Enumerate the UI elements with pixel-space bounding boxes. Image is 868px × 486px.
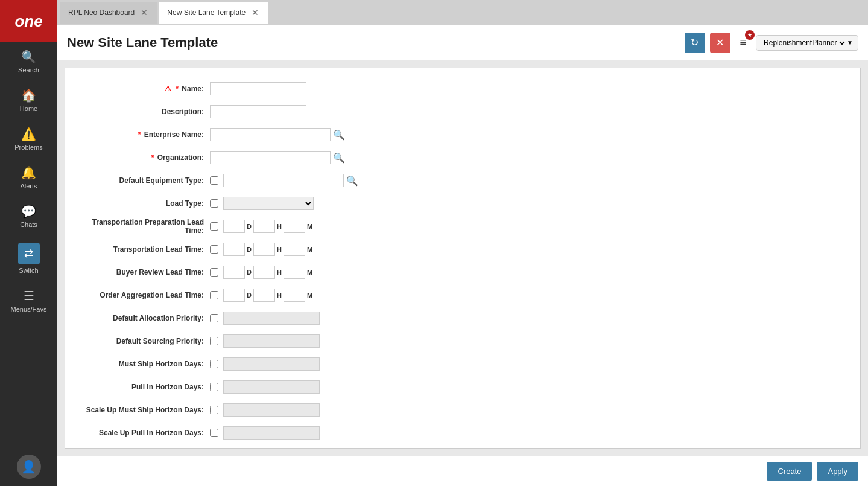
buyer-review-lt-d-label: D: [247, 269, 252, 276]
label-default-sourcing-priority: Default Sourcing Priority:: [77, 337, 210, 345]
load-type-checkbox[interactable]: [210, 199, 218, 208]
order-agg-lt-minutes-input[interactable]: [284, 289, 305, 302]
sidebar-label-problems: Problems: [14, 144, 42, 151]
page-title: New Site Lane Template: [67, 35, 685, 51]
order-agg-lt-d-label: D: [247, 292, 252, 299]
buyer-review-lt-group: D H M: [223, 266, 313, 279]
pull-in-horizon-checkbox[interactable]: [210, 383, 218, 391]
label-scale-up-must-ship: Scale Up Must Ship Horizon Days:: [77, 406, 210, 414]
order-agg-lt-group: D H M: [223, 289, 313, 302]
control-scale-up-pull-in: [210, 426, 320, 440]
tab-rpl-neo-label: RPL Neo Dashboard: [68, 8, 135, 17]
order-agg-lt-days-input[interactable]: [223, 289, 245, 302]
sidebar-item-menus[interactable]: ☰ Menus/Favs: [0, 281, 57, 320]
transport-lt-hours-input[interactable]: [253, 243, 275, 256]
transport-lt-days-input[interactable]: [223, 243, 245, 256]
app-logo[interactable]: one: [0, 0, 57, 42]
sidebar-item-search[interactable]: 🔍 Search: [0, 42, 57, 81]
control-load-type: [210, 197, 314, 210]
transport-prep-lt-minutes-input[interactable]: [284, 220, 305, 233]
switch-icon-box: ⇄: [18, 243, 40, 264]
sidebar-item-problems[interactable]: ⚠️ Problems: [0, 120, 57, 158]
label-must-ship-horizon: Must Ship Horizon Days:: [77, 360, 210, 368]
tab-rpl-neo[interactable]: RPL Neo Dashboard ✕: [60, 2, 157, 24]
label-name: ⚠ * Name:: [77, 85, 210, 93]
scale-up-pull-in-checkbox[interactable]: [210, 429, 218, 437]
transport-lt-minutes-input[interactable]: [284, 243, 305, 256]
apply-button[interactable]: Apply: [817, 462, 858, 481]
buyer-review-lt-checkbox[interactable]: [210, 268, 218, 277]
scale-up-must-ship-checkbox[interactable]: [210, 406, 218, 414]
refresh-button[interactable]: ↻: [685, 33, 705, 53]
sidebar-label-alerts: Alerts: [20, 182, 37, 190]
form-container: ⚠ * Name: Description:: [65, 68, 861, 449]
control-default-sourcing-priority: [210, 334, 320, 348]
field-row-must-ship-horizon: Must Ship Horizon Days:: [77, 356, 824, 372]
equipment-type-search-button[interactable]: 🔍: [346, 175, 358, 187]
load-type-select[interactable]: [223, 197, 314, 210]
tab-bar: RPL Neo Dashboard ✕ New Site Lane Templa…: [57, 0, 868, 25]
required-star-org: *: [151, 153, 154, 162]
tab-new-site-lane-label: New Site Lane Template: [167, 8, 246, 17]
control-organization: 🔍: [210, 151, 345, 164]
label-description: Description:: [77, 107, 210, 116]
equipment-type-input[interactable]: [223, 174, 344, 187]
notification-badge: ★: [745, 30, 755, 40]
control-equipment-type: 🔍: [210, 174, 358, 187]
label-scale-up-pull-in: Scale Up Pull In Horizon Days:: [77, 429, 210, 437]
alerts-icon: 🔔: [21, 165, 36, 180]
transport-lt-checkbox[interactable]: [210, 245, 218, 254]
organization-input[interactable]: [210, 151, 331, 164]
must-ship-horizon-checkbox[interactable]: [210, 360, 218, 368]
transport-prep-lt-group: D H M: [223, 220, 313, 233]
home-icon: 🏠: [21, 88, 36, 103]
field-row-scale-up-pull-in: Scale Up Pull In Horizon Days:: [77, 424, 824, 441]
sidebar-item-chats[interactable]: 💬 Chats: [0, 197, 57, 235]
label-transport-prep-lead-time: Transportation Preparation Lead Time:: [77, 218, 210, 235]
tab-new-site-lane[interactable]: New Site Lane Template ✕: [159, 2, 268, 24]
sidebar-label-home: Home: [20, 105, 37, 112]
order-agg-lt-hours-input[interactable]: [253, 289, 275, 302]
control-transport-prep-lead-time: D H M: [210, 220, 313, 233]
transport-lt-d-label: D: [247, 246, 252, 253]
user-role-select[interactable]: ReplenishmentPlanner Admin Viewer: [761, 38, 847, 48]
user-role-selector[interactable]: ReplenishmentPlanner Admin Viewer ▼: [756, 35, 858, 51]
transport-prep-lt-hours-input[interactable]: [253, 220, 275, 233]
field-row-name: ⚠ * Name:: [77, 80, 824, 97]
chevron-down-icon: ▼: [847, 39, 853, 46]
label-load-type: Load Type:: [77, 199, 210, 208]
menu-button[interactable]: ≡ ★: [735, 34, 752, 51]
field-row-scale-up-must-ship: Scale Up Must Ship Horizon Days:: [77, 401, 824, 418]
buyer-review-lt-days-input[interactable]: [223, 266, 245, 279]
transport-prep-lt-days-input[interactable]: [223, 220, 245, 233]
switch-arrows-icon: ⇄: [24, 247, 33, 260]
close-button[interactable]: ✕: [710, 33, 730, 53]
label-pull-in-horizon: Pull In Horizon Days:: [77, 383, 210, 391]
logo-text: one: [14, 12, 42, 31]
transport-prep-lt-d-label: D: [247, 223, 252, 230]
transport-prep-lt-checkbox[interactable]: [210, 222, 218, 231]
user-avatar[interactable]: 👤: [17, 455, 41, 479]
tab-new-site-lane-close[interactable]: ✕: [250, 8, 260, 18]
buyer-review-lt-minutes-input[interactable]: [284, 266, 305, 279]
sidebar-item-home[interactable]: 🏠 Home: [0, 81, 57, 120]
sidebar-item-alerts[interactable]: 🔔 Alerts: [0, 158, 57, 197]
default-sourcing-priority-checkbox[interactable]: [210, 337, 218, 345]
equipment-type-checkbox[interactable]: [210, 176, 218, 185]
description-input[interactable]: [210, 105, 306, 118]
sidebar-label-switch: Switch: [19, 267, 38, 274]
create-button[interactable]: Create: [767, 462, 812, 481]
tab-rpl-neo-close[interactable]: ✕: [139, 8, 149, 18]
transport-prep-lt-h-label: H: [277, 223, 282, 230]
enterprise-name-input[interactable]: [210, 128, 331, 141]
order-agg-lt-checkbox[interactable]: [210, 291, 218, 299]
default-alloc-priority-checkbox[interactable]: [210, 314, 218, 322]
organization-search-button[interactable]: 🔍: [333, 152, 345, 164]
label-equipment-type: Default Equipment Type:: [77, 176, 210, 185]
sidebar-item-switch[interactable]: ⇄ Switch: [0, 235, 57, 281]
buyer-review-lt-m-label: M: [307, 269, 312, 276]
enterprise-name-search-button[interactable]: 🔍: [333, 129, 345, 141]
transport-lt-group: D H M: [223, 243, 313, 256]
name-input[interactable]: [210, 82, 306, 95]
buyer-review-lt-hours-input[interactable]: [253, 266, 275, 279]
